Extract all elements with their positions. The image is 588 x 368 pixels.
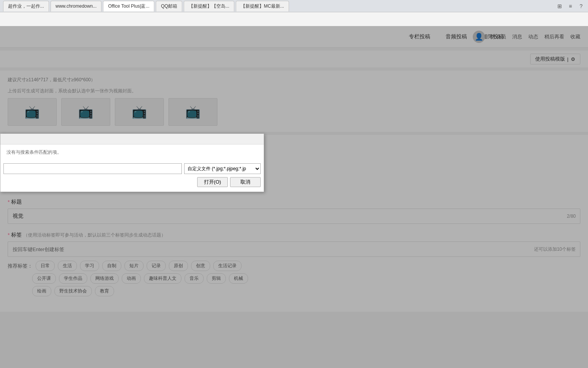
dialog-filetype-select[interactable]: 自定义文件 (*.jpg;*.pjpeg;*.jp [184,163,261,174]
browser-controls: ⊞ ≡ ? [556,2,585,10]
grid-icon[interactable]: ⊞ [556,2,564,10]
file-open-dialog: 没有与搜索条件匹配的项。 自定义文件 (*.jpg;*.pjpeg;*.jp 打… [0,133,264,192]
dialog-titlebar [0,134,264,145]
dialog-open-button[interactable]: 打开(O) [197,177,228,187]
dialog-filename-input[interactable] [3,163,182,174]
browser-tab-3-active[interactable]: Office Tool Plus|蓝... [103,1,154,12]
dialog-cancel-button[interactable]: 取消 [230,177,261,187]
browser-tabs: 超作业，一起作... www.chromedown... Office Tool… [3,1,553,12]
page-background: 专栏投稿 音频投稿 相簿投稿 👤 大会员 消息 动态 稍后再看 收藏 使用投稿模… [0,26,588,368]
help-icon[interactable]: ? [577,2,585,10]
browser-tab-6[interactable]: 【新提醒】MC最新... [236,1,289,12]
browser-tab-2[interactable]: www.chromedown... [51,1,101,12]
dialog-no-match-text: 没有与搜索条件匹配的项。 [3,148,261,159]
dialog-input-row: 自定义文件 (*.jpg;*.pjpeg;*.jp [0,162,264,176]
dialog-overlay[interactable]: 没有与搜索条件匹配的项。 自定义文件 (*.jpg;*.pjpeg;*.jp 打… [0,26,588,368]
browser-chrome: 超作业，一起作... www.chromedown... Office Tool… [0,0,588,12]
dialog-body: 没有与搜索条件匹配的项。 [0,145,264,162]
browser-tab-5[interactable]: 【新提醒】【空岛... [184,1,234,12]
dialog-buttons: 打开(O) 取消 [0,176,264,189]
browser-tab-1[interactable]: 超作业，一起作... [3,1,49,12]
menu-icon[interactable]: ≡ [567,2,574,10]
browser-tab-4[interactable]: QQ邮箱 [156,1,182,12]
